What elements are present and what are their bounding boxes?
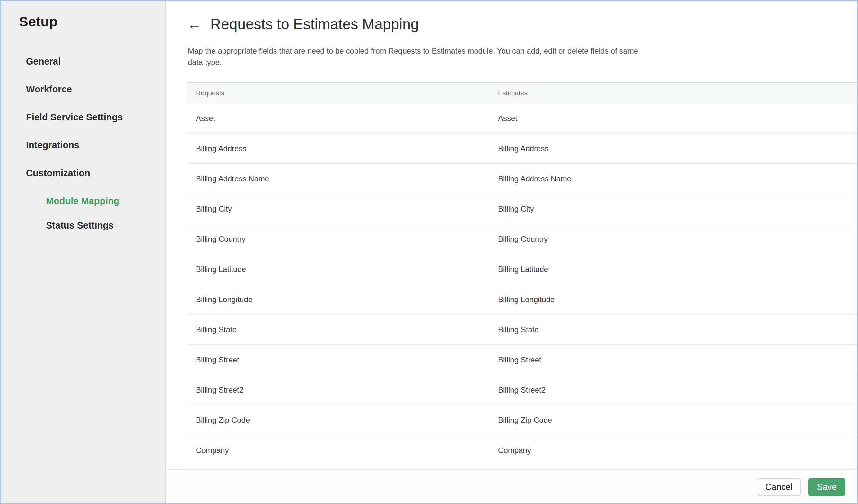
column-header-estimates: Estimates [498,89,857,97]
estimate-field-cell: Billing City [498,205,857,213]
table-row[interactable]: Billing CountryBilling Country [187,224,857,254]
cancel-button[interactable]: Cancel [757,478,801,496]
request-field-cell: Billing Country [187,235,498,244]
sidebar-item-general[interactable]: General [1,55,165,68]
estimate-field-cell: Company [498,446,857,455]
mapping-table: Requests Estimates AssetAssetBilling Add… [187,82,857,468]
request-field-cell: Billing Address [187,144,498,153]
request-field-cell: Billing Address Name [187,174,498,183]
sidebar-nav: GeneralWorkforceField Service SettingsIn… [1,55,165,243]
setup-sidebar: Setup GeneralWorkforceField Service Sett… [1,1,166,503]
table-row[interactable]: Billing CityBilling City [187,194,857,224]
table-row[interactable]: Billing AddressBilling Address [187,133,857,164]
estimate-field-cell: Billing Zip Code [498,416,857,425]
sidebar-title: Setup [19,14,58,30]
sidebar-item-module-mapping[interactable]: Module Mapping [1,195,165,207]
mapping-table-header: Requests Estimates [187,82,857,103]
estimate-field-cell: Billing Address Name [498,174,857,183]
request-field-cell: Billing City [187,205,498,213]
page-header: ← Requests to Estimates Mapping [187,15,419,33]
sidebar-item-field-service-settings[interactable]: Field Service Settings [1,111,165,124]
estimate-field-cell: Billing Latitude [498,265,857,274]
estimate-field-cell: Billing Street2 [498,386,857,394]
sidebar-item-workforce[interactable]: Workforce [1,83,165,96]
estimate-field-cell: Billing Longitude [498,295,857,304]
table-row[interactable]: Billing StreetBilling Street [187,345,857,375]
table-row[interactable]: CompanyCompany [187,435,857,466]
request-field-cell: Billing Street2 [187,386,498,394]
request-field-cell: Billing Zip Code [187,416,498,425]
estimate-field-cell: Billing Country [498,235,857,244]
sidebar-item-customization[interactable]: Customization [1,167,165,179]
request-field-cell: Asset [187,114,498,123]
request-field-cell: Billing State [187,325,498,334]
estimate-field-cell: Billing Street [498,355,857,364]
app-window: Setup GeneralWorkforceField Service Sett… [0,0,858,504]
table-row[interactable]: Billing Street2Billing Street2 [187,375,857,405]
request-field-cell: Billing Longitude [187,295,498,304]
estimate-field-cell: Billing State [498,325,857,334]
back-arrow-icon[interactable]: ← [187,15,202,33]
table-row[interactable]: Billing StateBilling State [187,314,857,345]
column-header-requests: Requests [187,89,498,97]
save-button[interactable]: Save [808,478,845,496]
request-field-cell: Billing Street [187,355,498,364]
table-row[interactable]: AssetAsset [187,103,857,133]
estimate-field-cell: Billing Address [498,144,857,153]
request-field-cell: Company [187,446,498,455]
sidebar-item-integrations[interactable]: Integrations [1,139,165,151]
table-row[interactable]: Billing Zip CodeBilling Zip Code [187,405,857,435]
page-description: Map the appropriate fields that are need… [188,45,644,68]
table-row[interactable]: Billing LongitudeBilling Longitude [187,284,857,314]
footer-bar: Cancel Save [166,469,857,503]
main-content: ← Requests to Estimates Mapping Map the … [166,1,857,503]
estimate-field-cell: Asset [498,114,857,123]
sidebar-item-status-settings[interactable]: Status Settings [1,219,165,232]
table-row[interactable]: Billing Address NameBilling Address Name [187,164,857,194]
request-field-cell: Billing Latitude [187,265,498,274]
page-title: Requests to Estimates Mapping [210,15,419,33]
table-row[interactable]: Billing LatitudeBilling Latitude [187,254,857,284]
mapping-table-body: AssetAssetBilling AddressBilling Address… [187,103,857,466]
